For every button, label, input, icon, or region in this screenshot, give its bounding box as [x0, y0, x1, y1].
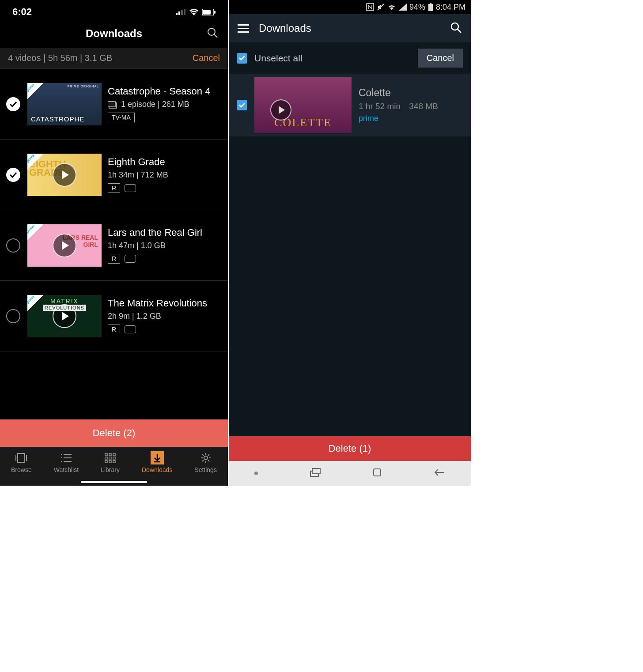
svg-rect-35: [428, 4, 433, 11]
badges: R: [108, 183, 220, 193]
check-icon: [9, 101, 17, 107]
rating-badge: R: [108, 183, 120, 193]
tab-browse[interactable]: Browse: [11, 451, 32, 486]
tab-label: Settings: [194, 466, 217, 473]
svg-rect-21: [109, 453, 111, 456]
thumbnail[interactable]: [254, 77, 352, 133]
select-checkbox[interactable]: [6, 168, 20, 182]
nfc-icon: [366, 3, 374, 11]
android-screen: 94% 8:04 PM Downloads Unselect all Cance…: [229, 0, 471, 486]
tab-watchlist[interactable]: Watchlist: [54, 451, 79, 486]
wifi-icon: [387, 4, 396, 11]
badges: R: [108, 325, 220, 334]
subtitle-icon: [125, 325, 136, 333]
wifi-icon: [189, 8, 199, 15]
battery-icon: [428, 3, 433, 11]
settings-icon: [199, 451, 212, 464]
tab-bar: Browse Watchlist Library Downloads Setti…: [0, 447, 228, 486]
home-indicator[interactable]: [81, 481, 147, 483]
subtitle-icon: [125, 255, 136, 263]
thumbnail[interactable]: prime: [27, 154, 102, 196]
delete-button[interactable]: Delete (2): [0, 419, 228, 447]
download-item[interactable]: prime The Matrix Revolutions 2h 9m | 1.2…: [0, 281, 228, 351]
menu-button[interactable]: [238, 24, 249, 33]
download-item[interactable]: prime Catastrophe - Season 4 1 episode |…: [0, 69, 228, 140]
svg-rect-39: [312, 468, 320, 474]
svg-line-8: [214, 34, 217, 38]
svg-rect-24: [109, 457, 111, 459]
play-icon: [53, 234, 76, 257]
select-checkbox[interactable]: [6, 97, 20, 111]
item-meta: Lars and the Real Girl 1h 47m | 1.0 GB R: [108, 227, 220, 264]
nav-home[interactable]: [372, 468, 382, 479]
download-item[interactable]: Colette 1 hr 52 min 348 MB prime: [229, 74, 471, 136]
back-icon: [434, 468, 445, 477]
item-subtitle: 1 hr 52 min 348 MB: [359, 102, 463, 111]
tab-label: Library: [101, 466, 120, 473]
unselect-label: Unselect all: [254, 53, 303, 64]
svg-rect-40: [374, 469, 381, 476]
svg-rect-0: [176, 13, 178, 15]
thumbnail[interactable]: prime: [27, 224, 102, 267]
ios-statusbar: 6:02: [0, 0, 228, 21]
select-checkbox[interactable]: [6, 309, 20, 323]
svg-rect-2: [181, 10, 183, 15]
item-title: Catastrophe - Season 4: [108, 86, 220, 97]
statusbar-indicators: [176, 8, 216, 15]
battery-text: 94%: [409, 3, 425, 12]
statusbar-time: 8:04 PM: [436, 3, 465, 12]
item-meta: The Matrix Revolutions 2h 9m | 1.2 GB R: [108, 298, 220, 334]
item-subtitle: 1h 47m | 1.0 GB: [108, 241, 220, 250]
svg-rect-10: [108, 102, 115, 107]
svg-rect-22: [113, 453, 115, 456]
prime-badge: prime: [27, 83, 43, 99]
svg-rect-28: [113, 461, 115, 463]
download-item[interactable]: prime Lars and the Real Girl 1h 47m | 1.…: [0, 210, 228, 281]
nav-back[interactable]: [434, 468, 445, 479]
thumbnail[interactable]: prime: [27, 295, 102, 337]
search-button[interactable]: [450, 21, 462, 35]
select-checkbox[interactable]: [237, 100, 247, 110]
statusbar-time: 6:02: [12, 6, 32, 18]
svg-rect-26: [105, 461, 107, 463]
svg-rect-23: [105, 457, 107, 459]
check-icon: [238, 102, 246, 108]
cancel-button[interactable]: Cancel: [418, 49, 463, 68]
tab-label: Downloads: [142, 466, 172, 473]
item-subtitle: 1h 34m | 712 MB: [108, 170, 220, 180]
ios-header: Downloads: [0, 21, 228, 48]
svg-rect-34: [430, 3, 431, 4]
unselect-all[interactable]: Unselect all: [237, 53, 303, 64]
svg-point-36: [451, 23, 458, 30]
item-title: The Matrix Revolutions: [108, 298, 220, 309]
signal-icon: [399, 4, 407, 11]
svg-rect-3: [184, 9, 185, 15]
check-icon: [9, 172, 17, 178]
downloads-list: prime Catastrophe - Season 4 1 episode |…: [0, 69, 228, 351]
badges: TV-MA: [108, 113, 220, 122]
nav-assistant[interactable]: [254, 472, 258, 475]
item-meta: Catastrophe - Season 4 1 episode | 261 M…: [108, 86, 220, 122]
summary-text: 4 videos | 5h 56m | 3.1 GB: [8, 53, 112, 63]
select-checkbox[interactable]: [6, 238, 20, 253]
download-item[interactable]: prime Eighth Grade 1h 34m | 712 MB R: [0, 140, 228, 210]
thumbnail[interactable]: prime: [27, 83, 102, 125]
search-button[interactable]: [207, 27, 218, 40]
cancel-button[interactable]: Cancel: [193, 53, 220, 63]
home-icon: [372, 468, 382, 477]
prime-badge: prime: [27, 295, 43, 311]
item-subtitle: 2h 9m | 1.2 GB: [108, 312, 220, 321]
svg-line-37: [458, 29, 461, 33]
item-subtitle: 1 episode | 261 MB: [108, 100, 220, 109]
prime-badge: prime: [27, 154, 43, 170]
item-meta: Colette 1 hr 52 min 348 MB prime: [359, 87, 463, 123]
svg-rect-5: [203, 10, 211, 15]
item-title: Lars and the Real Girl: [108, 227, 220, 238]
ios-screen: 6:02 Downloads 4 videos | 5h 56m | 3.1 G…: [0, 0, 228, 486]
delete-button[interactable]: Delete (1): [229, 436, 471, 461]
svg-point-31: [204, 456, 208, 460]
tab-settings[interactable]: Settings: [194, 451, 217, 486]
nav-recents[interactable]: [310, 468, 321, 479]
tab-label: Watchlist: [54, 466, 79, 473]
rating-badge: R: [108, 254, 120, 264]
